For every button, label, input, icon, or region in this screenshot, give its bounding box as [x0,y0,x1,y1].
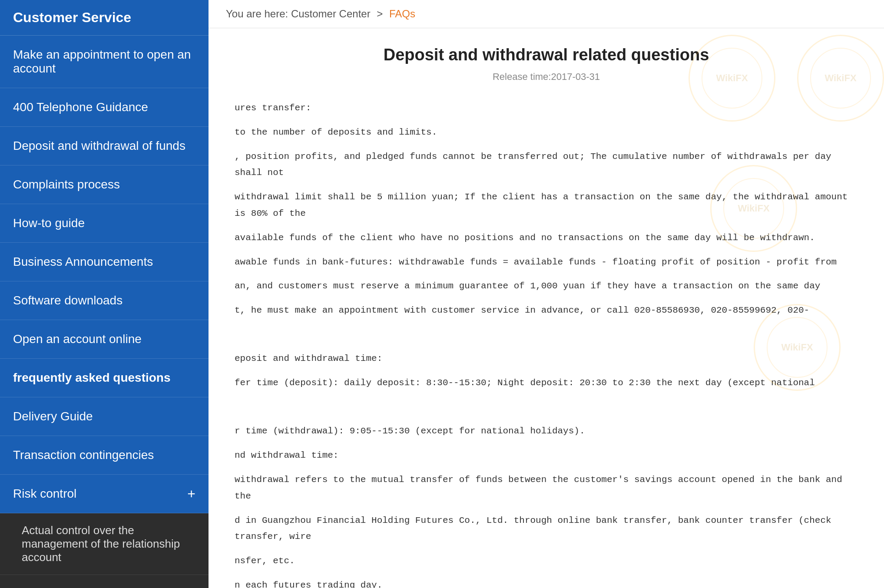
sidebar-sublink-actual-control[interactable]: Actual control over the management of th… [0,513,209,575]
article-paragraph: , position profits, and pledged funds ca… [235,149,858,182]
sidebar-item-risk-control: Risk control [0,475,209,513]
article-paragraph: to the number of deposits and limits. [235,124,858,141]
article-paragraph: t, he must make an appointment with cust… [235,302,858,319]
sidebar-item-faq: frequently asked questions [0,359,209,397]
article-title: Deposit and withdrawal related questions [235,46,858,64]
article-paragraph: ures transfer: [235,100,858,116]
breadcrumb: You are here: Customer Center > FAQs [209,0,884,28]
sidebar-link-risk-control[interactable]: Risk control [0,475,209,513]
sidebar-link-software-downloads[interactable]: Software downloads [0,281,209,320]
sidebar-link-how-to-guide[interactable]: How-to guide [0,204,209,242]
sidebar-subnav: Actual control over the management of th… [0,513,209,588]
sidebar-link-telephone-guidance[interactable]: 400 Telephone Guidance [0,88,209,126]
sidebar-sublink-large-account[interactable]: Large account reports [0,575,209,588]
sidebar-item-software-downloads: Software downloads [0,281,209,320]
article-container: Deposit and withdrawal related questions… [209,28,884,588]
article-paragraph: available funds of the client who have n… [235,230,858,246]
sidebar-item-open-account-online: Open an account online [0,320,209,359]
sidebar-item-complaints: Complaints process [0,165,209,204]
sidebar-subitem-large-account: Large account reports [0,575,209,588]
article-body: ures transfer:to the number of deposits … [235,100,858,588]
page-wrapper: Customer Service Make an appointment to … [0,0,884,588]
breadcrumb-prefix: You are here: [226,8,288,20]
sidebar-item-make-appointment: Make an appointment to open an account [0,36,209,88]
sidebar-item-deposit-withdrawal: Deposit and withdrawal of funds [0,127,209,165]
article-paragraph [235,327,858,343]
article-paragraph: fer time (deposit): daily deposit: 8:30-… [235,375,858,391]
sidebar-item-how-to-guide: How-to guide [0,204,209,243]
sidebar-link-open-account-online[interactable]: Open an account online [0,320,209,358]
sidebar-title: Customer Service [13,10,131,25]
sidebar-item-transaction-contingencies: Transaction contingencies [0,436,209,475]
article-paragraph: nsfer, etc. [235,553,858,569]
sidebar-nav: Make an appointment to open an account40… [0,36,209,513]
sidebar-link-transaction-contingencies[interactable]: Transaction contingencies [0,436,209,474]
sidebar-subitem-actual-control: Actual control over the management of th… [0,513,209,575]
article-paragraph: eposit and withdrawal time: [235,350,858,367]
article-paragraph: withdrawal limit shall be 5 million yuan… [235,189,858,222]
sidebar-link-delivery-guide[interactable]: Delivery Guide [0,397,209,436]
article-paragraph: an, and customers must reserve a minimum… [235,278,858,294]
main-content: WikiFX WikiFX WikiFX WikiFX You are here… [209,0,884,588]
article-paragraph [235,399,858,415]
sidebar-item-business-announcements: Business Announcements [0,243,209,281]
sidebar-link-make-appointment[interactable]: Make an appointment to open an account [0,36,209,88]
article-paragraph: n each futures trading day. [235,577,858,588]
article-paragraph: r time (withdrawal): 9:05--15:30 (except… [235,423,858,439]
sidebar-link-complaints[interactable]: Complaints process [0,165,209,204]
sidebar-link-faq[interactable]: frequently asked questions [0,359,209,397]
breadcrumb-customer-center[interactable]: Customer Center [291,8,371,20]
article-paragraph: awable funds in bank-futures: withdrawab… [235,254,858,271]
breadcrumb-separator: > [377,8,386,20]
sidebar-link-deposit-withdrawal[interactable]: Deposit and withdrawal of funds [0,127,209,165]
article-paragraph: nd withdrawal time: [235,447,858,464]
sidebar-item-telephone-guidance: 400 Telephone Guidance [0,88,209,127]
sidebar-item-delivery-guide: Delivery Guide [0,397,209,436]
breadcrumb-current[interactable]: FAQs [389,8,415,20]
article-meta: Release time:2017-03-31 [235,71,858,83]
sidebar: Customer Service Make an appointment to … [0,0,209,588]
article-paragraph: d in Guangzhou Financial Holding Futures… [235,512,858,545]
article-paragraph: withdrawal refers to the mutual transfer… [235,472,858,505]
sidebar-link-business-announcements[interactable]: Business Announcements [0,243,209,281]
sidebar-header: Customer Service [0,0,209,36]
